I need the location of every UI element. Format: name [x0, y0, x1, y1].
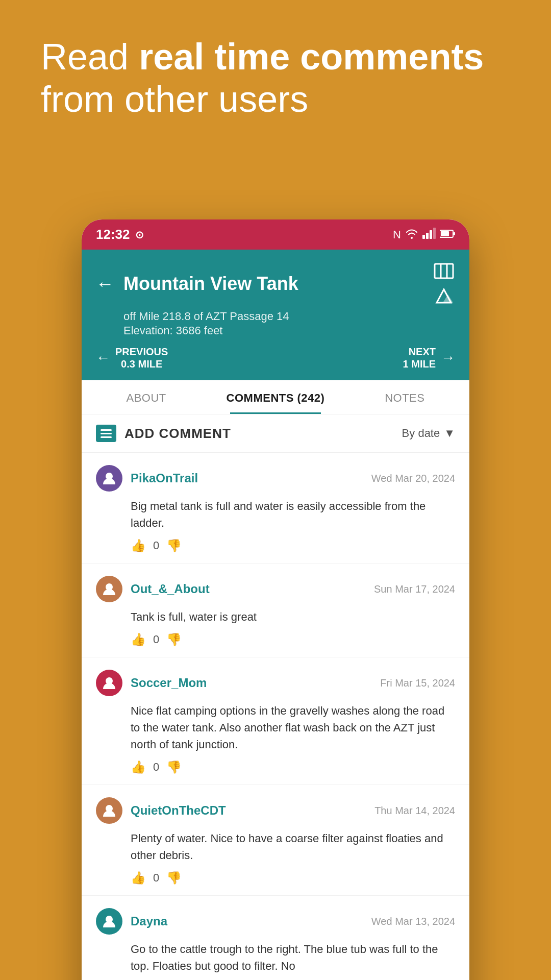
- comment-header: QuietOnTheCDT Thu Mar 14, 2024: [96, 797, 455, 824]
- sort-label: By date: [402, 427, 440, 440]
- wifi-icon: [405, 228, 418, 242]
- avatar: [96, 797, 122, 824]
- tabs-bar: ABOUT COMMENTS (242) NOTES: [82, 380, 469, 414]
- chevron-down-icon: ▼: [444, 427, 455, 440]
- comment-date: Sun Mar 17, 2024: [374, 583, 455, 595]
- comment-username: Soccer_Mom: [131, 676, 207, 690]
- tab-about[interactable]: ABOUT: [82, 380, 211, 414]
- comment-date: Wed Mar 20, 2024: [371, 473, 455, 484]
- alarm-icon: ⊙: [135, 229, 144, 241]
- comment-header: PikaOnTrail Wed Mar 20, 2024: [96, 465, 455, 492]
- headline: Read real time comments from other users: [0, 0, 551, 120]
- comment-actions: 👍 0 👎: [96, 538, 455, 553]
- navigation-arrows: ← PREVIOUS 0.3 MILE NEXT 1 MILE →: [96, 346, 455, 370]
- header-title-section: ← Mountain View Tank: [96, 273, 298, 295]
- comment-date: Fri Mar 15, 2024: [380, 677, 455, 689]
- svg-rect-7: [435, 264, 453, 278]
- status-icons: N: [393, 228, 455, 242]
- svg-rect-2: [430, 230, 432, 239]
- comment-username: PikaOnTrail: [131, 471, 198, 485]
- comment-item: Out_&_About Sun Mar 17, 2024 Tank is ful…: [82, 564, 469, 657]
- comments-list: PikaOnTrail Wed Mar 20, 2024 Big metal t…: [82, 453, 469, 980]
- phone-mockup: 12:32 ⊙ N: [82, 219, 469, 980]
- comment-date: Thu Mar 14, 2024: [374, 805, 455, 817]
- thumbs-down-icon[interactable]: 👎: [166, 538, 182, 553]
- comment-actions: 👍 0 👎: [96, 871, 455, 885]
- thumbs-down-icon[interactable]: 👎: [166, 760, 182, 774]
- previous-button[interactable]: ← PREVIOUS 0.3 MILE: [96, 346, 168, 370]
- comment-header: Dayna Wed Mar 13, 2024: [96, 908, 455, 935]
- tab-notes[interactable]: NOTES: [340, 380, 469, 414]
- avatar: [96, 908, 122, 935]
- headline-part2: from other users: [41, 79, 308, 119]
- comment-user-row: PikaOnTrail: [96, 465, 198, 492]
- add-comment-label: ADD COMMENT: [124, 426, 231, 442]
- next-button[interactable]: NEXT 1 MILE →: [403, 346, 455, 370]
- avatar: [96, 670, 122, 696]
- next-arrow-icon: →: [441, 350, 455, 366]
- thumbs-up-icon[interactable]: 👍: [131, 871, 146, 885]
- svg-marker-9: [443, 295, 453, 303]
- like-count: 0: [153, 761, 159, 774]
- comment-username: Dayna: [131, 914, 167, 928]
- headline-bold: real time comments: [139, 36, 484, 77]
- comment-username: QuietOnTheCDT: [131, 803, 226, 818]
- tab-comments[interactable]: COMMENTS (242): [211, 380, 340, 414]
- comment-text: Go to the cattle trough to the right. Th…: [96, 941, 455, 974]
- comment-user-row: Out_&_About: [96, 576, 210, 602]
- header-right-icons: [433, 260, 455, 308]
- next-label: NEXT 1 MILE: [403, 346, 436, 370]
- comment-item: Soccer_Mom Fri Mar 15, 2024 Nice flat ca…: [82, 657, 469, 785]
- comment-actions: 👍 0 👎: [96, 632, 455, 647]
- mountain-icon[interactable]: [433, 285, 455, 308]
- prev-arrow-icon: ←: [96, 350, 110, 366]
- comment-bubble-icon: [96, 425, 116, 442]
- location-subtitle: off Mile 218.8 of AZT Passage 14: [96, 310, 455, 323]
- signal-icon: [422, 228, 436, 242]
- comment-header: Out_&_About Sun Mar 17, 2024: [96, 576, 455, 602]
- comment-item: QuietOnTheCDT Thu Mar 14, 2024 Plenty of…: [82, 785, 469, 896]
- svg-rect-0: [422, 235, 425, 239]
- location-title: Mountain View Tank: [123, 273, 298, 295]
- thumbs-down-icon[interactable]: 👎: [166, 632, 182, 647]
- avatar: [96, 576, 122, 602]
- status-bar: 12:32 ⊙ N: [82, 219, 469, 250]
- back-button[interactable]: ←: [96, 273, 114, 295]
- comment-toolbar: ADD COMMENT By date ▼: [82, 414, 469, 453]
- thumbs-down-icon[interactable]: 👎: [166, 871, 182, 885]
- thumbs-up-icon[interactable]: 👍: [131, 760, 146, 774]
- like-count: 0: [153, 539, 159, 552]
- comment-username: Out_&_About: [131, 582, 210, 596]
- app-header: ← Mountain View Tank off Mile 218.8 of A…: [82, 250, 469, 380]
- avatar: [96, 465, 122, 492]
- comment-user-row: Soccer_Mom: [96, 670, 207, 696]
- svg-rect-3: [433, 228, 436, 239]
- comment-text: Tank is full, water is great: [96, 608, 455, 625]
- comment-item: Dayna Wed Mar 13, 2024 Go to the cattle …: [82, 896, 469, 980]
- comment-text: Big metal tank is full and water is easi…: [96, 498, 455, 531]
- comment-date: Wed Mar 13, 2024: [371, 916, 455, 927]
- headline-part1: Read: [41, 36, 139, 77]
- svg-rect-1: [426, 233, 429, 239]
- header-top-row: ← Mountain View Tank: [96, 260, 455, 308]
- comment-actions: 👍 0 👎: [96, 760, 455, 774]
- sort-dropdown[interactable]: By date ▼: [402, 427, 455, 440]
- like-count: 0: [153, 871, 159, 885]
- like-count: 0: [153, 633, 159, 646]
- svg-rect-5: [441, 231, 449, 236]
- add-comment-button[interactable]: ADD COMMENT: [96, 425, 231, 442]
- battery-icon: [440, 228, 455, 241]
- status-time: 12:32 ⊙: [96, 227, 144, 242]
- comment-user-row: QuietOnTheCDT: [96, 797, 226, 824]
- elevation-text: Elevation: 3686 feet: [96, 324, 455, 337]
- thumbs-up-icon[interactable]: 👍: [131, 632, 146, 647]
- map-icon[interactable]: [433, 260, 455, 282]
- svg-rect-6: [454, 232, 455, 235]
- comment-item: PikaOnTrail Wed Mar 20, 2024 Big metal t…: [82, 453, 469, 564]
- nfc-icon: N: [393, 228, 401, 241]
- comment-user-row: Dayna: [96, 908, 167, 935]
- previous-label: PREVIOUS 0.3 MILE: [115, 346, 168, 370]
- thumbs-up-icon[interactable]: 👍: [131, 538, 146, 553]
- comment-header: Soccer_Mom Fri Mar 15, 2024: [96, 670, 455, 696]
- comment-text: Nice flat camping options in the gravell…: [96, 702, 455, 753]
